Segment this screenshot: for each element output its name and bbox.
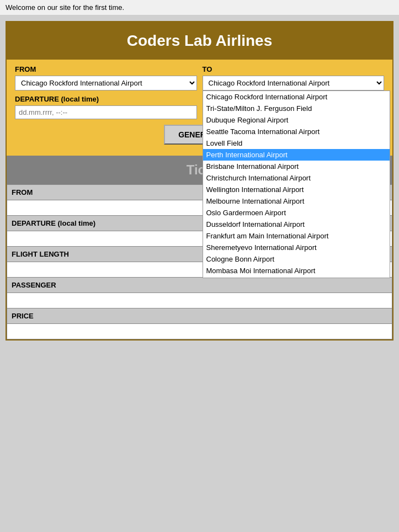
dropdown-option-9[interactable]: Melbourne International Airport [203,195,390,207]
from-to-row: FROM Chicago Rockford International Airp… [15,65,384,91]
departure-input[interactable] [15,105,197,119]
to-group: TO Chicago Rockford International Airpor… [203,65,385,91]
dropdown-option-7[interactable]: Christchurch International Airport [203,172,390,184]
departure-group: DEPARTURE (local time) [15,95,197,119]
app-title: Coders Lab Airlines [7,22,392,60]
ticket-passenger-header: PASSENGER [7,278,392,293]
dropdown-option-11[interactable]: Dusseldorf International Airport [203,219,390,230]
price-header-row: PRICE [7,308,392,324]
ticket-passenger-value [7,293,392,308]
ticket-from-header: FROM [7,185,214,200]
passenger-header-row: PASSENGER [7,278,392,293]
from-select[interactable]: Chicago Rockford International Airport [15,76,197,91]
ticket-price-header: PRICE [7,308,392,324]
dropdown-option-6[interactable]: Brisbane International Airport [203,161,390,172]
to-dropdown-open[interactable]: Chicago Rockford International Airport T… [203,91,390,278]
to-select[interactable]: Chicago Rockford International Airport [203,76,385,91]
ticket-departure-header: DEPARTURE (local time) [7,216,214,231]
to-label: TO [203,65,385,73]
dropdown-option-12[interactable]: Frankfurt am Main International Airport [203,230,390,242]
from-group: FROM Chicago Rockford International Airp… [15,65,197,91]
dropdown-option-2[interactable]: Dubuque Regional Airport [203,114,390,126]
dropdown-option-1[interactable]: Tri-State/Milton J. Ferguson Field [203,103,390,114]
dropdown-option-13[interactable]: Sheremetyevo International Airport [203,242,390,253]
dropdown-option-14[interactable]: Cologne Bonn Airport [203,253,390,265]
ticket-from-value [7,200,214,216]
dropdown-option-3[interactable]: Seattle Tacoma International Airport [203,126,390,137]
dropdown-option-5[interactable]: Perth International Airport [203,149,390,161]
ticket-departure-value [7,231,214,247]
dropdown-option-10[interactable]: Oslo Gardermoen Airport [203,207,390,219]
dropdown-option-16[interactable]: Khartoum International Airport [203,276,390,278]
main-container: Coders Lab Airlines FROM Chicago Rockfor… [6,21,393,341]
price-value-row [7,324,392,339]
welcome-text: Welcome on our site for the first time. [6,3,124,12]
dropdown-option-4[interactable]: Lovell Field [203,137,390,149]
dropdown-option-15[interactable]: Mombasa Moi International Airport [203,265,390,276]
from-label: FROM [15,65,197,73]
ticket-price-value [7,324,392,339]
form-section: FROM Chicago Rockford International Airp… [7,60,392,156]
departure-label: DEPARTURE (local time) [15,95,197,103]
welcome-bar: Welcome on our site for the first time. [0,0,399,15]
dropdown-option-8[interactable]: Wellington International Airport [203,184,390,195]
dropdown-option-0[interactable]: Chicago Rockford International Airport [203,91,390,103]
passenger-value-row [7,293,392,308]
